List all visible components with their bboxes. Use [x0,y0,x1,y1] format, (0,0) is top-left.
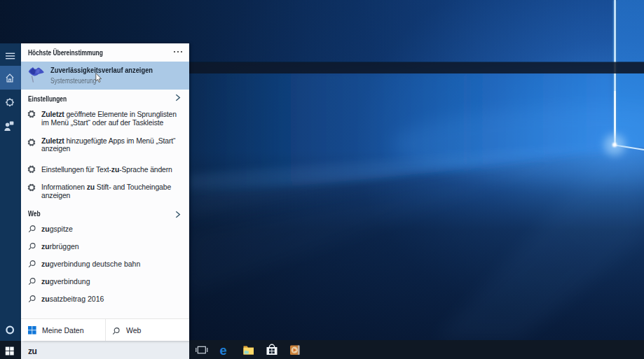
svg-text:e: e [220,343,227,358]
